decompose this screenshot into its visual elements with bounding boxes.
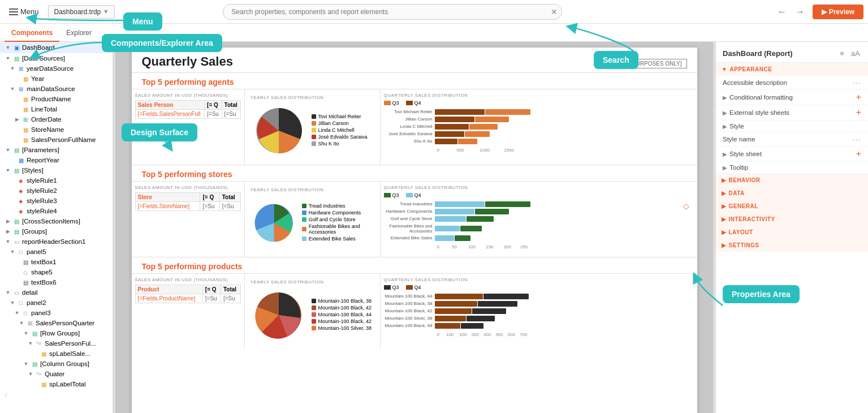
style-name-dots[interactable]: ···: [853, 135, 861, 144]
tree-orderdate[interactable]: ▶ ⊞ OrderDate: [0, 114, 113, 124]
expand-arrow[interactable]: ▼: [5, 167, 11, 174]
agents-chart-row: SALES AMOUNT IN USD (THOUSANDS) Sales Pe…: [132, 89, 697, 165]
style-sheet-plus[interactable]: +: [856, 149, 861, 159]
tree-quater[interactable]: ▼ *= Quater: [0, 369, 113, 379]
tree-panel5[interactable]: ▼ □ panel5: [0, 247, 113, 257]
search-input[interactable]: [223, 4, 562, 20]
conditional-plus[interactable]: +: [856, 92, 861, 102]
tree-styles[interactable]: ▼ ▤ [Styles]: [0, 165, 113, 175]
tree-year[interactable]: ▶ ▦ Year: [0, 74, 113, 84]
col-salesperson: Sales Person: [135, 101, 205, 110]
behavior-section-header[interactable]: ▶ BEHAVIOR: [716, 174, 868, 187]
tree-root[interactable]: ▼ ▣ DashBoard ···: [0, 42, 113, 53]
tree-textbox1[interactable]: ▶ ▤ textBox1: [0, 257, 113, 267]
tree-crosssection[interactable]: ▶ ▤ [CrossSectionItems]: [0, 216, 113, 226]
style-sheet-label: Style sheet: [729, 150, 856, 157]
expand-arrow[interactable]: ▼: [5, 147, 11, 153]
appearance-section-header[interactable]: ▼ APPEARANCE: [716, 63, 868, 76]
settings-section-header[interactable]: ▶ SETTINGS: [716, 239, 868, 252]
tree-maindatasource[interactable]: ▼ ⊞ mainDataSource: [0, 84, 113, 94]
tree-textbox6[interactable]: ▶ ▤ textBox6: [0, 277, 113, 287]
tree-salesperson[interactable]: ▶ ▦ SalesPersonFullName: [0, 135, 113, 145]
tree-panel3[interactable]: ▼ □ panel3: [0, 308, 113, 318]
tree-salespersonful[interactable]: ▼ *= SalesPersonFul...: [0, 338, 113, 349]
tab-components[interactable]: Components: [5, 24, 59, 42]
tree-detail[interactable]: ▼ ▭ detail: [0, 287, 113, 298]
tree-rowgroups[interactable]: ▼ ▤ [Row Groups]: [0, 328, 113, 338]
dropdown-icon[interactable]: ▼: [103, 8, 109, 15]
expand-arrow[interactable]: ▼: [18, 320, 25, 326]
expand-arrow[interactable]: ▶: [14, 116, 20, 123]
tree-parameters[interactable]: ▼ ▤ [Parameters]: [0, 145, 113, 155]
tooltip-row[interactable]: ▶ Tooltip: [716, 162, 868, 174]
tree-stylerule2[interactable]: ▶ ◈ styleRule2: [0, 186, 113, 196]
tree-reportheader[interactable]: ▼ ▭ reportHeaderSection1: [0, 236, 113, 247]
accessible-description-row[interactable]: Accessible description ···: [716, 76, 868, 90]
style-sheet-row[interactable]: ▶ Style sheet +: [716, 147, 868, 162]
agents-col1-header: SALES AMOUNT IN USD (THOUSANDS): [135, 93, 241, 98]
style-row[interactable]: ▶ Style: [716, 121, 868, 132]
expand-arrow[interactable]: ▼: [9, 299, 16, 306]
close-icon[interactable]: ✕: [551, 7, 558, 16]
accessible-desc-dots[interactable]: ···: [853, 78, 861, 87]
more-icon[interactable]: ···: [103, 43, 110, 52]
layout-section-header[interactable]: ▶ LAYOUT: [716, 226, 868, 239]
tree-stylerule4[interactable]: ▶ ◈ styleRule4: [0, 206, 113, 216]
conditional-formatting-row[interactable]: ▶ Conditional formatting +: [716, 90, 868, 105]
expand-arrow[interactable]: ▼: [5, 55, 11, 62]
preview-button[interactable]: ▶ Preview: [813, 5, 863, 19]
tree-shape5[interactable]: ▶ ◇ shape5: [0, 267, 113, 277]
row-fields: [=Fields.SalesPersonFull: [135, 110, 205, 119]
expand-arrow[interactable]: ▼: [5, 289, 11, 296]
tree-panel2[interactable]: ▼ □ panel2: [0, 298, 113, 308]
props-font-icon[interactable]: aA: [850, 48, 861, 59]
general-section-header[interactable]: ▶ GENERAL: [716, 200, 868, 213]
tree-yeardatasource[interactable]: ▼ ⊞ yearDataSource: [0, 63, 113, 74]
expand-arrow[interactable]: ▼: [9, 248, 16, 255]
tree-salespersonquarter[interactable]: ▼ ⊞ SalesPersonQuarter: [0, 318, 113, 328]
props-list-icon[interactable]: ≡: [836, 48, 848, 59]
tree-datasources[interactable]: ▼ ▤ [Data Sources]: [0, 53, 113, 63]
tree-groups[interactable]: ▶ ▤ [Groups]: [0, 226, 113, 236]
tree-splabeltotal[interactable]: ▶ ▦ spLabelTotal: [0, 379, 113, 389]
expand-arrow[interactable]: ▼: [27, 340, 34, 347]
expand-arrow[interactable]: ▼: [5, 44, 11, 51]
expand-arrow[interactable]: ▼: [23, 360, 29, 367]
file-tab[interactable]: Dashboard.trdp ▼: [48, 5, 115, 19]
tree-columngroups-label: [Column Groups]: [40, 360, 89, 367]
forward-arrow[interactable]: →: [792, 4, 808, 20]
tab-explorer[interactable]: Explorer: [59, 24, 98, 42]
tree-stylerule1[interactable]: ▶ ◈ styleRule1: [0, 175, 113, 186]
style-name-row[interactable]: Style name ···: [716, 132, 868, 147]
section-products: Top 5 performing products SALES AMOUNT I…: [132, 257, 697, 349]
back-arrow[interactable]: ←: [774, 4, 790, 20]
asterisk-icon: *=: [35, 370, 43, 378]
agents-yearly-chart: YEARLY SALES DISTRIBUTION: [245, 89, 381, 165]
expand-arrow[interactable]: ▼: [9, 65, 16, 72]
col-total: Total: [222, 101, 240, 110]
sub-tabs: Components Explorer: [0, 24, 868, 42]
tree-linetotal[interactable]: ▶ ▦ LineTotal: [0, 104, 113, 114]
expand-arrow[interactable]: ▼: [14, 309, 20, 316]
external-plus[interactable]: +: [856, 107, 861, 118]
tree-stylerule3[interactable]: ▶ ◈ styleRule3: [0, 196, 113, 206]
tree-columngroups[interactable]: ▼ ▤ [Column Groups]: [0, 359, 113, 369]
tree-reportyear[interactable]: ▶ ▦ ReportYear: [0, 155, 113, 165]
design-surface[interactable]: Quarterly Sales [INTERNAL PURPOSES ONLY]…: [115, 42, 713, 413]
expand-arrow[interactable]: ▼: [23, 330, 29, 337]
tree-productname[interactable]: ▶ ▦ ProductName: [0, 94, 113, 104]
expand-arrow[interactable]: ▼: [27, 371, 34, 377]
stores-bar-chart: Tread Industries Hardware Components Gol…: [384, 201, 694, 241]
data-section-header[interactable]: ▶ DATA: [716, 187, 868, 200]
menu-button[interactable]: Menu: [5, 5, 44, 18]
expand-arrow[interactable]: ▼: [9, 85, 16, 92]
tree-splabelsale[interactable]: ▶ ▦ spLabelSale...: [0, 349, 113, 359]
expand-arrow[interactable]: ▼: [5, 238, 11, 245]
expand-arrow[interactable]: ▶: [5, 228, 11, 235]
expand-arrow[interactable]: ▶: [5, 218, 11, 225]
external-stylesheets-row[interactable]: ▶ External style sheets +: [716, 105, 868, 121]
interactivity-section-header[interactable]: ▶ INTERACTIVITY: [716, 213, 868, 226]
diamond-icon: ◇: [683, 201, 689, 210]
file-name: Dashboard.trdp: [54, 8, 101, 16]
tree-storename[interactable]: ▶ ▦ StoreName: [0, 124, 113, 135]
